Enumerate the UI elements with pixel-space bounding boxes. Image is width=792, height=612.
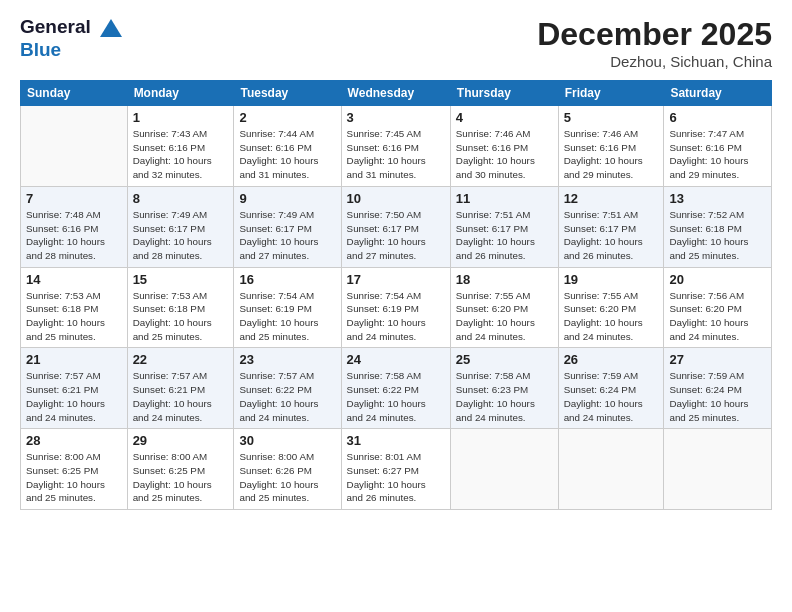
calendar-day-cell: 23Sunrise: 7:57 AMSunset: 6:22 PMDayligh… <box>234 348 341 429</box>
day-number: 15 <box>133 272 229 287</box>
calendar-day-header: Saturday <box>664 81 772 106</box>
day-number: 28 <box>26 433 122 448</box>
day-info: Sunrise: 7:49 AMSunset: 6:17 PMDaylight:… <box>133 208 229 263</box>
calendar-day-cell: 30Sunrise: 8:00 AMSunset: 6:26 PMDayligh… <box>234 429 341 510</box>
day-number: 1 <box>133 110 229 125</box>
day-info: Sunrise: 7:48 AMSunset: 6:16 PMDaylight:… <box>26 208 122 263</box>
day-number: 17 <box>347 272 445 287</box>
day-number: 10 <box>347 191 445 206</box>
calendar-day-cell: 26Sunrise: 7:59 AMSunset: 6:24 PMDayligh… <box>558 348 664 429</box>
day-info: Sunrise: 7:57 AMSunset: 6:21 PMDaylight:… <box>26 369 122 424</box>
day-number: 24 <box>347 352 445 367</box>
day-number: 2 <box>239 110 335 125</box>
day-info: Sunrise: 7:49 AMSunset: 6:17 PMDaylight:… <box>239 208 335 263</box>
calendar-day-header: Tuesday <box>234 81 341 106</box>
day-number: 22 <box>133 352 229 367</box>
day-info: Sunrise: 7:59 AMSunset: 6:24 PMDaylight:… <box>564 369 659 424</box>
calendar-day-cell: 25Sunrise: 7:58 AMSunset: 6:23 PMDayligh… <box>450 348 558 429</box>
day-number: 3 <box>347 110 445 125</box>
calendar-day-cell: 8Sunrise: 7:49 AMSunset: 6:17 PMDaylight… <box>127 186 234 267</box>
day-number: 27 <box>669 352 766 367</box>
calendar-day-cell: 27Sunrise: 7:59 AMSunset: 6:24 PMDayligh… <box>664 348 772 429</box>
day-info: Sunrise: 7:55 AMSunset: 6:20 PMDaylight:… <box>564 289 659 344</box>
day-info: Sunrise: 7:51 AMSunset: 6:17 PMDaylight:… <box>564 208 659 263</box>
day-number: 16 <box>239 272 335 287</box>
day-info: Sunrise: 7:46 AMSunset: 6:16 PMDaylight:… <box>456 127 553 182</box>
day-number: 21 <box>26 352 122 367</box>
calendar-week-row: 7Sunrise: 7:48 AMSunset: 6:16 PMDaylight… <box>21 186 772 267</box>
day-info: Sunrise: 7:45 AMSunset: 6:16 PMDaylight:… <box>347 127 445 182</box>
calendar-day-cell: 10Sunrise: 7:50 AMSunset: 6:17 PMDayligh… <box>341 186 450 267</box>
day-number: 8 <box>133 191 229 206</box>
day-info: Sunrise: 8:00 AMSunset: 6:26 PMDaylight:… <box>239 450 335 505</box>
svg-marker-0 <box>100 19 122 37</box>
calendar-day-cell: 31Sunrise: 8:01 AMSunset: 6:27 PMDayligh… <box>341 429 450 510</box>
day-number: 13 <box>669 191 766 206</box>
calendar-day-cell: 18Sunrise: 7:55 AMSunset: 6:20 PMDayligh… <box>450 267 558 348</box>
calendar-day-cell: 22Sunrise: 7:57 AMSunset: 6:21 PMDayligh… <box>127 348 234 429</box>
day-number: 23 <box>239 352 335 367</box>
calendar-day-cell: 20Sunrise: 7:56 AMSunset: 6:20 PMDayligh… <box>664 267 772 348</box>
day-info: Sunrise: 8:01 AMSunset: 6:27 PMDaylight:… <box>347 450 445 505</box>
day-number: 12 <box>564 191 659 206</box>
logo-icon <box>98 17 124 39</box>
calendar-day-cell: 11Sunrise: 7:51 AMSunset: 6:17 PMDayligh… <box>450 186 558 267</box>
day-number: 9 <box>239 191 335 206</box>
calendar-day-cell: 12Sunrise: 7:51 AMSunset: 6:17 PMDayligh… <box>558 186 664 267</box>
day-info: Sunrise: 7:56 AMSunset: 6:20 PMDaylight:… <box>669 289 766 344</box>
title-block: December 2025 Dezhou, Sichuan, China <box>537 16 772 70</box>
day-info: Sunrise: 7:54 AMSunset: 6:19 PMDaylight:… <box>347 289 445 344</box>
calendar-day-header: Sunday <box>21 81 128 106</box>
day-number: 31 <box>347 433 445 448</box>
day-info: Sunrise: 7:52 AMSunset: 6:18 PMDaylight:… <box>669 208 766 263</box>
calendar-day-cell: 9Sunrise: 7:49 AMSunset: 6:17 PMDaylight… <box>234 186 341 267</box>
day-info: Sunrise: 7:58 AMSunset: 6:23 PMDaylight:… <box>456 369 553 424</box>
day-info: Sunrise: 7:43 AMSunset: 6:16 PMDaylight:… <box>133 127 229 182</box>
logo-blue: Blue <box>20 39 124 61</box>
calendar-day-cell <box>664 429 772 510</box>
calendar-day-header: Thursday <box>450 81 558 106</box>
logo-text: General <box>20 16 124 39</box>
calendar-day-header: Monday <box>127 81 234 106</box>
calendar-day-cell: 21Sunrise: 7:57 AMSunset: 6:21 PMDayligh… <box>21 348 128 429</box>
day-number: 11 <box>456 191 553 206</box>
calendar-day-header: Wednesday <box>341 81 450 106</box>
day-info: Sunrise: 7:44 AMSunset: 6:16 PMDaylight:… <box>239 127 335 182</box>
calendar-day-header: Friday <box>558 81 664 106</box>
calendar-day-cell: 1Sunrise: 7:43 AMSunset: 6:16 PMDaylight… <box>127 106 234 187</box>
month-title: December 2025 <box>537 16 772 53</box>
day-number: 18 <box>456 272 553 287</box>
day-info: Sunrise: 7:55 AMSunset: 6:20 PMDaylight:… <box>456 289 553 344</box>
day-info: Sunrise: 7:54 AMSunset: 6:19 PMDaylight:… <box>239 289 335 344</box>
day-number: 7 <box>26 191 122 206</box>
calendar-day-cell: 17Sunrise: 7:54 AMSunset: 6:19 PMDayligh… <box>341 267 450 348</box>
calendar-day-cell <box>558 429 664 510</box>
calendar-day-cell: 28Sunrise: 8:00 AMSunset: 6:25 PMDayligh… <box>21 429 128 510</box>
calendar-day-cell: 6Sunrise: 7:47 AMSunset: 6:16 PMDaylight… <box>664 106 772 187</box>
day-info: Sunrise: 7:50 AMSunset: 6:17 PMDaylight:… <box>347 208 445 263</box>
calendar-day-cell: 5Sunrise: 7:46 AMSunset: 6:16 PMDaylight… <box>558 106 664 187</box>
day-number: 14 <box>26 272 122 287</box>
calendar-day-cell: 13Sunrise: 7:52 AMSunset: 6:18 PMDayligh… <box>664 186 772 267</box>
calendar-day-cell: 3Sunrise: 7:45 AMSunset: 6:16 PMDaylight… <box>341 106 450 187</box>
day-number: 4 <box>456 110 553 125</box>
calendar-week-row: 1Sunrise: 7:43 AMSunset: 6:16 PMDaylight… <box>21 106 772 187</box>
day-info: Sunrise: 7:58 AMSunset: 6:22 PMDaylight:… <box>347 369 445 424</box>
page-header: General Blue December 2025 Dezhou, Sichu… <box>20 16 772 70</box>
day-info: Sunrise: 7:57 AMSunset: 6:21 PMDaylight:… <box>133 369 229 424</box>
day-info: Sunrise: 7:47 AMSunset: 6:16 PMDaylight:… <box>669 127 766 182</box>
calendar-week-row: 14Sunrise: 7:53 AMSunset: 6:18 PMDayligh… <box>21 267 772 348</box>
day-number: 5 <box>564 110 659 125</box>
day-info: Sunrise: 7:46 AMSunset: 6:16 PMDaylight:… <box>564 127 659 182</box>
day-info: Sunrise: 7:51 AMSunset: 6:17 PMDaylight:… <box>456 208 553 263</box>
calendar-day-cell: 24Sunrise: 7:58 AMSunset: 6:22 PMDayligh… <box>341 348 450 429</box>
calendar-header-row: SundayMondayTuesdayWednesdayThursdayFrid… <box>21 81 772 106</box>
day-info: Sunrise: 7:53 AMSunset: 6:18 PMDaylight:… <box>26 289 122 344</box>
calendar-table: SundayMondayTuesdayWednesdayThursdayFrid… <box>20 80 772 510</box>
day-number: 29 <box>133 433 229 448</box>
day-number: 20 <box>669 272 766 287</box>
logo: General Blue <box>20 16 124 61</box>
day-number: 25 <box>456 352 553 367</box>
calendar-week-row: 28Sunrise: 8:00 AMSunset: 6:25 PMDayligh… <box>21 429 772 510</box>
calendar-day-cell: 15Sunrise: 7:53 AMSunset: 6:18 PMDayligh… <box>127 267 234 348</box>
